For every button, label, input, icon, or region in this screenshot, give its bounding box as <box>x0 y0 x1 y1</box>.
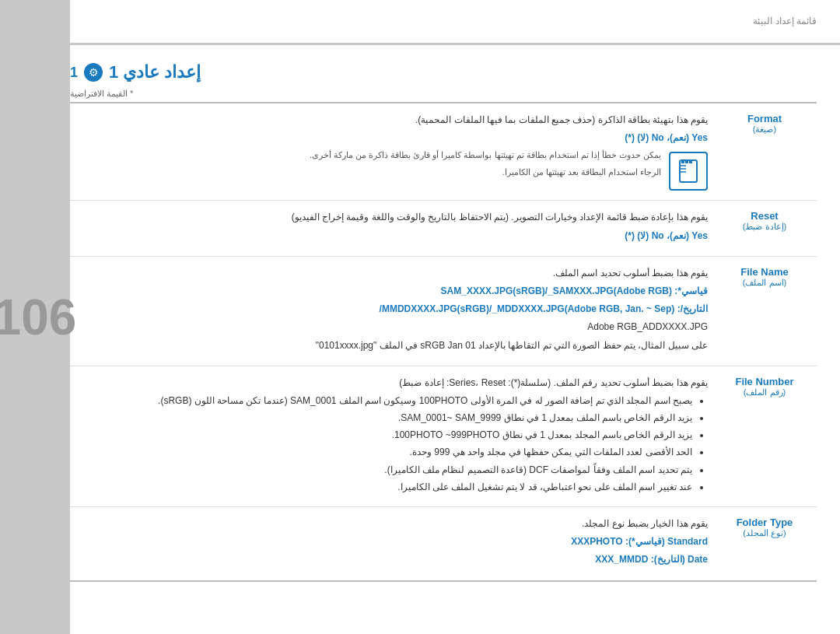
format-icon-area <box>669 152 708 191</box>
foldertype-date-text: Date (التاريخ): XXX_MMDD <box>595 554 708 565</box>
filename-label-ar: (اسم الملف) <box>719 278 810 288</box>
default-value-note: * القيمة الافتراضية <box>70 89 817 99</box>
format-label-cell: Format (صيغة) <box>716 103 817 201</box>
filename-standard-text: قياسي*: SAM_XXXX.JPG(sRGB)/_SAMXXX.JPG(A… <box>441 285 708 296</box>
format-label-ar: (صيغة) <box>719 124 810 135</box>
format-yes-no-text: Yes (نعم)، No (لا) (*) <box>625 132 708 143</box>
format-line1: يقوم هذا بتهيئة بطاقة الذاكرة (حذف جميع … <box>78 113 708 128</box>
filename-date2-text: Adobe RGB_ADDXXXX.JPG <box>587 321 708 332</box>
format-icon-row: يمكن حدوث خطأ إذا تم استخدام بطاقة تم ته… <box>78 149 708 191</box>
reset-line1-text: يقوم هذا بإعادة ضبط قائمة الإعداد وخيارا… <box>292 212 708 222</box>
foldertype-standard: Standard (قياسي*): XXXPHOTO <box>78 534 708 549</box>
filenumber-label-cell: File Number (رقم الملف) <box>716 366 817 506</box>
format-content-cell: يقوم هذا بتهيئة بطاقة الذاكرة (حذف جميع … <box>70 103 716 201</box>
filename-label-cell: File Name (اسم الملف) <box>716 256 817 366</box>
section-number: 1 <box>70 65 78 81</box>
filename-label-en: File Name <box>719 266 810 278</box>
reset-line1: يقوم هذا بإعادة ضبط قائمة الإعداد وخيارا… <box>78 210 708 225</box>
reset-yes-no: Yes (نعم)، No (لا) (*) <box>78 229 708 243</box>
filename-standard: قياسي*: SAM_XXXX.JPG(sRGB)/_SAMXXX.JPG(A… <box>78 284 708 299</box>
sd-card-icon <box>675 158 702 184</box>
reset-content-cell: يقوم هذا بإعادة ضبط قائمة الإعداد وخيارا… <box>70 201 716 256</box>
page-header: قائمة إعداد البيئة <box>753 16 817 26</box>
top-border <box>0 43 840 45</box>
filenumber-line1-text: يقوم هذا بضبط أسلوب تحديد رقم الملف. (سل… <box>399 377 708 388</box>
gear-icon: ⚙ <box>84 63 103 82</box>
format-yes-no: Yes (نعم)، No (لا) (*) <box>78 131 708 145</box>
filename-content-cell: يقوم هذا بضبط أسلوب تحديد اسم الملف. قيا… <box>70 256 716 366</box>
default-note-text: * القيمة الافتراضية <box>70 89 133 98</box>
header-title: قائمة إعداد البيئة <box>753 16 817 26</box>
list-item: يزيد الرقم الخاص باسم الملف بمعدل 1 في ن… <box>78 411 692 426</box>
filenumber-label-ar: (رقم الملف) <box>719 387 810 398</box>
format-label-en: Format <box>719 113 810 124</box>
filename-date: التاريخ/: MMDDXXXX.JPG(sRGB)/_MDDXXXX.JP… <box>78 302 708 317</box>
foldertype-line1: يقوم هذا الخيار بضبط نوع المجلد. <box>78 517 708 531</box>
svg-rect-0 <box>680 160 697 182</box>
reset-label-ar: (إعادة ضبط) <box>719 222 810 232</box>
page-number-text: 106 <box>0 289 76 346</box>
format-note1: يمكن حدوث خطأ إذا تم استخدام بطاقة تم ته… <box>78 149 661 163</box>
reset-yes-no-text: Yes (نعم)، No (لا) (*) <box>625 230 708 241</box>
section-title-row: إعداد عادي 1 ⚙ 1 <box>70 62 817 82</box>
foldertype-label-en: Folder Type <box>719 517 810 528</box>
main-content: إعداد عادي 1 ⚙ 1 * القيمة الافتراضية For… <box>70 54 817 611</box>
list-item: يصبح اسم المجلد الذي تم إضافة الصور له ف… <box>78 394 692 408</box>
filename-line1: يقوم هذا بضبط أسلوب تحديد اسم الملف. <box>78 266 708 281</box>
list-item: يتم تحديد اسم الملف وفقاً لمواصفات DCF (… <box>78 463 692 478</box>
format-text-area: يمكن حدوث خطأ إذا تم استخدام بطاقة تم ته… <box>78 149 661 182</box>
filenumber-content-cell: يقوم هذا بضبط أسلوب تحديد رقم الملف. (سل… <box>70 366 716 506</box>
format-note2: الرجاء استخدام البطاقة بعد تهيئتها من ال… <box>78 166 661 180</box>
svg-marker-5 <box>685 160 688 163</box>
page-number: 106 <box>0 0 70 634</box>
list-item: الحد الأقصى لعدد الملفات التي يمكن حفظها… <box>78 445 692 460</box>
list-item: عند تغيير اسم الملف على نحو اعتباطي، قد … <box>78 480 692 495</box>
foldertype-content-cell: يقوم هذا الخيار بضبط نوع المجلد. Standar… <box>70 507 716 581</box>
filename-example: على سبيل المثال، يتم حفظ الصورة التي تم … <box>78 338 708 353</box>
format-line1-text: يقوم هذا بتهيئة بطاقة الذاكرة (حذف جميع … <box>415 114 708 125</box>
foldertype-label-ar: (نوع المجلد) <box>719 528 810 538</box>
filename-date-text: التاريخ/: MMDDXXXX.JPG(sRGB)/_MDDXXXX.JP… <box>380 303 708 314</box>
table-row: Format (صيغة) يقوم هذا بتهيئة بطاقة الذا… <box>70 103 817 201</box>
list-item: يزيد الرقم الخاص باسم المجلد بمعدل 1 في … <box>78 428 692 443</box>
table-row: Folder Type (نوع المجلد) يقوم هذا الخيار… <box>70 507 817 581</box>
foldertype-date: Date (التاريخ): XXX_MMDD <box>78 552 708 567</box>
menu-table: Format (صيغة) يقوم هذا بتهيئة بطاقة الذا… <box>70 102 817 582</box>
filenumber-label-en: File Number <box>719 376 810 387</box>
svg-marker-4 <box>681 160 684 163</box>
table-row: Reset (إعادة ضبط) يقوم هذا بإعادة ضبط قا… <box>70 201 817 256</box>
foldertype-label-cell: Folder Type (نوع المجلد) <box>716 507 817 581</box>
filenumber-line1: يقوم هذا بضبط أسلوب تحديد رقم الملف. (سل… <box>78 376 708 391</box>
table-row: File Number (رقم الملف) يقوم هذا بضبط أس… <box>70 366 817 506</box>
filenumber-list: يصبح اسم المجلد الذي تم إضافة الصور له ف… <box>78 394 692 495</box>
format-icon-box <box>669 152 708 191</box>
reset-label-cell: Reset (إعادة ضبط) <box>716 201 817 256</box>
filename-date2: Adobe RGB_ADDXXXX.JPG <box>78 320 708 335</box>
svg-marker-6 <box>689 160 692 163</box>
section-title-text: إعداد عادي 1 <box>109 62 201 82</box>
foldertype-standard-text: Standard (قياسي*): XXXPHOTO <box>571 536 708 547</box>
table-row: File Name (اسم الملف) يقوم هذا بضبط أسلو… <box>70 256 817 366</box>
reset-label-en: Reset <box>719 210 810 222</box>
